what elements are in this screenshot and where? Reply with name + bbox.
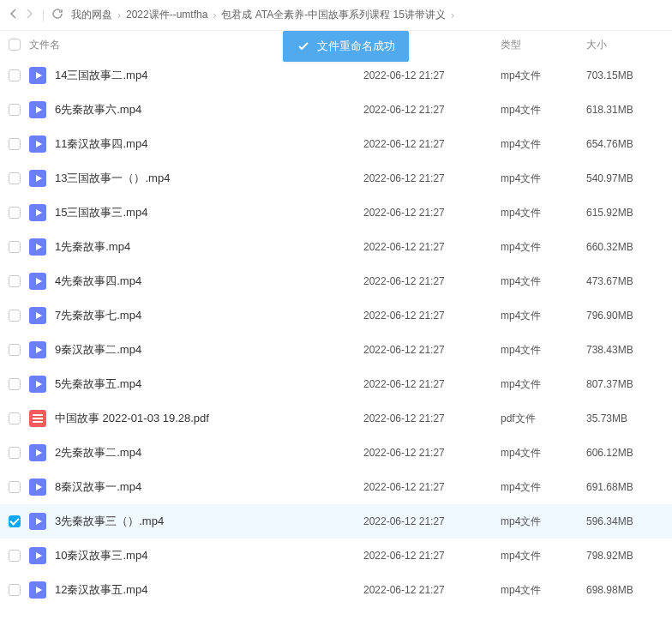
file-date: 2022-06-12 21:27 bbox=[363, 207, 501, 219]
row-checkbox[interactable] bbox=[9, 515, 21, 527]
file-size: 691.68MB bbox=[586, 481, 672, 493]
file-date: 2022-06-12 21:27 bbox=[363, 69, 501, 81]
file-name-label[interactable]: 13三国故事一（）.mp4 bbox=[55, 171, 170, 186]
file-type: mp4文件 bbox=[501, 549, 586, 563]
table-row[interactable]: 9秦汉故事二.mp42022-06-12 21:27mp4文件738.43MB bbox=[0, 333, 672, 367]
file-name-label[interactable]: 8秦汉故事一.mp4 bbox=[55, 479, 141, 495]
chevron-right-icon: › bbox=[213, 9, 216, 21]
table-row[interactable]: 11秦汉故事四.mp42022-06-12 21:27mp4文件654.76MB bbox=[0, 127, 672, 161]
file-size: 798.92MB bbox=[586, 550, 672, 562]
table-row[interactable]: 13三国故事一（）.mp42022-06-12 21:27mp4文件540.97… bbox=[0, 161, 672, 196]
video-file-icon bbox=[29, 101, 46, 118]
file-name-label[interactable]: 11秦汉故事四.mp4 bbox=[55, 136, 147, 152]
nav-controls bbox=[7, 7, 64, 23]
file-type: mp4文件 bbox=[501, 103, 586, 117]
file-name-label[interactable]: 5先秦故事五.mp4 bbox=[55, 376, 141, 392]
file-name-label[interactable]: 中国故事 2022-01-03 19.28.pdf bbox=[55, 411, 209, 426]
chevron-right-icon: › bbox=[117, 9, 121, 21]
row-checkbox[interactable] bbox=[9, 104, 21, 116]
breadcrumb: 我的网盘 › 2022课件--umtfha › 包君成 ATA全素养-中国故事系… bbox=[71, 8, 459, 22]
file-type: mp4文件 bbox=[501, 583, 586, 598]
row-checkbox[interactable] bbox=[9, 412, 21, 424]
video-file-icon bbox=[29, 444, 46, 461]
table-row[interactable]: 2先秦故事二.mp42022-06-12 21:27mp4文件606.12MB bbox=[0, 436, 672, 470]
file-size: 596.34MB bbox=[586, 515, 672, 527]
file-date: 2022-06-12 21:27 bbox=[363, 104, 501, 116]
file-type: mp4文件 bbox=[501, 343, 586, 358]
table-row[interactable]: 15三国故事三.mp42022-06-12 21:27mp4文件615.92MB bbox=[0, 196, 672, 230]
file-type: pdf文件 bbox=[501, 412, 586, 426]
chevron-right-icon: › bbox=[451, 9, 454, 21]
row-checkbox[interactable] bbox=[9, 207, 21, 219]
row-checkbox[interactable] bbox=[9, 275, 21, 287]
column-header-size[interactable]: 大小 bbox=[586, 38, 672, 52]
file-date: 2022-06-12 21:27 bbox=[363, 172, 501, 184]
video-file-icon bbox=[29, 307, 46, 324]
row-checkbox[interactable] bbox=[9, 550, 21, 562]
row-checkbox[interactable] bbox=[9, 69, 21, 81]
file-name-label[interactable]: 4先秦故事四.mp4 bbox=[55, 274, 141, 289]
file-date: 2022-06-12 21:27 bbox=[363, 310, 501, 322]
file-name-label[interactable]: 12秦汉故事五.mp4 bbox=[55, 582, 147, 598]
refresh-icon[interactable] bbox=[51, 7, 64, 23]
file-date: 2022-06-12 21:27 bbox=[363, 241, 501, 253]
file-type: mp4文件 bbox=[501, 515, 586, 529]
breadcrumb-item[interactable]: 我的网盘 bbox=[71, 8, 112, 22]
file-name-label[interactable]: 1先秦故事.mp4 bbox=[55, 239, 130, 255]
file-size: 540.97MB bbox=[586, 172, 672, 184]
row-checkbox[interactable] bbox=[9, 172, 21, 184]
toast-message: 文件重命名成功 bbox=[317, 39, 395, 54]
table-row[interactable]: 5先秦故事五.mp42022-06-12 21:27mp4文件807.37MB bbox=[0, 367, 672, 401]
file-date: 2022-06-12 21:27 bbox=[363, 481, 501, 493]
video-file-icon bbox=[29, 204, 46, 221]
table-row[interactable]: 7先秦故事七.mp42022-06-12 21:27mp4文件796.90MB bbox=[0, 298, 672, 333]
video-file-icon bbox=[29, 547, 46, 564]
file-size: 618.31MB bbox=[586, 104, 672, 116]
forward-icon[interactable] bbox=[22, 7, 36, 23]
file-size: 703.15MB bbox=[586, 69, 672, 81]
table-row[interactable]: 10秦汉故事三.mp42022-06-12 21:27mp4文件798.92MB bbox=[0, 539, 672, 573]
table-row[interactable]: 14三国故事二.mp42022-06-12 21:27mp4文件703.15MB bbox=[0, 58, 672, 93]
row-checkbox[interactable] bbox=[9, 138, 21, 150]
breadcrumb-item[interactable]: 包君成 ATA全素养-中国故事系列课程 15讲带讲义 bbox=[221, 8, 446, 22]
file-name-label[interactable]: 6先秦故事六.mp4 bbox=[55, 102, 141, 117]
select-all-checkbox[interactable] bbox=[9, 39, 21, 51]
table-row[interactable]: 中国故事 2022-01-03 19.28.pdf2022-06-12 21:2… bbox=[0, 401, 672, 436]
row-checkbox[interactable] bbox=[9, 310, 21, 322]
file-date: 2022-06-12 21:27 bbox=[363, 515, 501, 527]
file-name-label[interactable]: 15三国故事三.mp4 bbox=[55, 205, 147, 220]
breadcrumb-item[interactable]: 2022课件--umtfha bbox=[126, 8, 207, 22]
row-checkbox[interactable] bbox=[9, 447, 21, 459]
back-icon[interactable] bbox=[7, 7, 21, 23]
row-checkbox[interactable] bbox=[9, 584, 21, 596]
file-name-label[interactable]: 9秦汉故事二.mp4 bbox=[55, 342, 141, 358]
table-row[interactable]: 4先秦故事四.mp42022-06-12 21:27mp4文件473.67MB bbox=[0, 264, 672, 298]
table-row[interactable]: 3先秦故事三（）.mp42022-06-12 21:27mp4文件596.34M… bbox=[0, 504, 672, 539]
row-checkbox[interactable] bbox=[9, 481, 21, 493]
table-row[interactable]: 6先秦故事六.mp42022-06-12 21:27mp4文件618.31MB bbox=[0, 93, 672, 127]
video-file-icon bbox=[29, 376, 46, 393]
table-row[interactable]: 8秦汉故事一.mp42022-06-12 21:27mp4文件691.68MB bbox=[0, 470, 672, 504]
file-name-label[interactable]: 7先秦故事七.mp4 bbox=[55, 308, 141, 323]
file-type: mp4文件 bbox=[501, 480, 586, 495]
video-file-icon bbox=[29, 513, 46, 530]
file-date: 2022-06-12 21:27 bbox=[363, 378, 501, 390]
file-name-label[interactable]: 14三国故事二.mp4 bbox=[55, 68, 147, 83]
file-size: 807.37MB bbox=[586, 378, 672, 390]
file-date: 2022-06-12 21:27 bbox=[363, 412, 501, 424]
file-name-label[interactable]: 10秦汉故事三.mp4 bbox=[55, 548, 147, 563]
row-checkbox[interactable] bbox=[9, 344, 21, 356]
file-date: 2022-06-12 21:27 bbox=[363, 584, 501, 596]
row-checkbox[interactable] bbox=[9, 378, 21, 390]
table-row[interactable]: 1先秦故事.mp42022-06-12 21:27mp4文件660.32MB bbox=[0, 230, 672, 264]
file-name-label[interactable]: 2先秦故事二.mp4 bbox=[55, 445, 141, 460]
column-header-type[interactable]: 类型 bbox=[501, 38, 586, 52]
file-size: 473.67MB bbox=[586, 275, 672, 287]
row-checkbox[interactable] bbox=[9, 241, 21, 253]
file-type: mp4文件 bbox=[501, 377, 586, 392]
file-size: 738.43MB bbox=[586, 344, 672, 356]
file-size: 660.32MB bbox=[586, 241, 672, 253]
file-name-label[interactable]: 3先秦故事三（）.mp4 bbox=[55, 514, 164, 529]
file-date: 2022-06-12 21:27 bbox=[363, 447, 501, 459]
table-row[interactable]: 12秦汉故事五.mp42022-06-12 21:27mp4文件698.98MB bbox=[0, 573, 672, 607]
